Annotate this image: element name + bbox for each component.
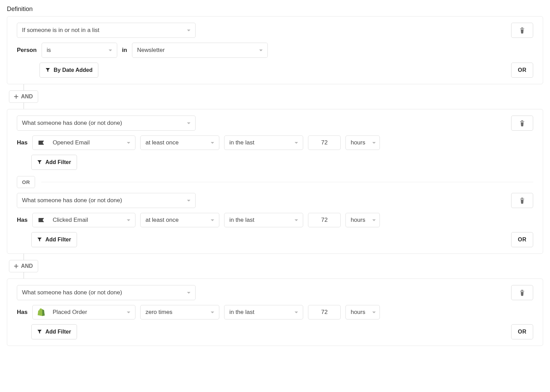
chevron-down-icon xyxy=(127,312,130,313)
section-heading: Definition xyxy=(7,6,543,13)
funnel-icon xyxy=(37,329,42,334)
chevron-down-icon xyxy=(211,142,214,144)
or-label: OR xyxy=(518,237,527,243)
operator-label: is xyxy=(47,47,51,54)
trash-icon xyxy=(519,289,525,296)
or-button[interactable]: OR xyxy=(511,324,533,339)
person-label: Person xyxy=(17,47,37,54)
condition-group-3: What someone has done (or not done) Has … xyxy=(7,279,543,346)
condition-type-label: What someone has done (or not done) xyxy=(22,289,122,296)
add-filter-button[interactable]: Add Filter xyxy=(31,155,77,170)
list-select[interactable]: Newsletter xyxy=(132,43,268,58)
value-label: 72 xyxy=(321,217,328,224)
chevron-down-icon xyxy=(295,142,298,144)
funnel-icon xyxy=(37,237,42,242)
list-label: Newsletter xyxy=(137,47,165,54)
value-label: 72 xyxy=(321,309,328,316)
chevron-down-icon xyxy=(187,200,190,202)
trash-icon xyxy=(519,197,525,204)
operator-select[interactable]: is xyxy=(42,43,117,58)
chevron-down-icon xyxy=(259,50,263,51)
event-label: Placed Order xyxy=(53,309,87,316)
or-label: OR xyxy=(518,329,527,335)
range-select[interactable]: in the last xyxy=(224,305,303,319)
delete-button[interactable] xyxy=(511,285,533,300)
by-date-added-label: By Date Added xyxy=(54,67,92,73)
divider-line xyxy=(41,182,533,182)
in-label: in xyxy=(122,47,127,54)
value-input[interactable]: 72 xyxy=(308,135,341,150)
unit-select[interactable]: hours xyxy=(345,135,380,150)
and-button[interactable]: AND xyxy=(9,90,38,103)
by-date-added-button[interactable]: By Date Added xyxy=(40,63,98,78)
event-label: Clicked Email xyxy=(53,217,88,224)
chevron-down-icon xyxy=(372,219,376,221)
event-select[interactable]: Clicked Email xyxy=(32,213,135,227)
delete-button[interactable] xyxy=(511,116,533,131)
and-label: AND xyxy=(21,94,33,100)
range-select[interactable]: in the last xyxy=(224,213,303,227)
count-label: at least once xyxy=(145,217,178,224)
count-select[interactable]: zero times xyxy=(140,305,219,319)
funnel-icon xyxy=(45,68,50,73)
count-label: at least once xyxy=(145,139,178,146)
condition-type-select[interactable]: If someone is in or not in a list xyxy=(17,23,196,38)
trash-icon xyxy=(519,27,525,34)
plus-icon xyxy=(14,95,18,99)
event-select[interactable]: Opened Email xyxy=(32,135,135,150)
condition-type-select[interactable]: What someone has done (or not done) xyxy=(17,193,196,208)
funnel-icon xyxy=(37,160,42,165)
add-filter-label: Add Filter xyxy=(45,237,71,243)
count-select[interactable]: at least once xyxy=(140,135,219,150)
unit-label: hours xyxy=(351,309,365,316)
unit-label: hours xyxy=(351,217,365,224)
has-label: Has xyxy=(17,217,28,224)
unit-label: hours xyxy=(351,139,365,146)
connector-line xyxy=(23,254,24,260)
event-label: Opened Email xyxy=(53,139,90,146)
chevron-down-icon xyxy=(127,219,130,221)
value-input[interactable]: 72 xyxy=(308,305,341,319)
add-filter-label: Add Filter xyxy=(45,159,71,165)
and-button[interactable]: AND xyxy=(9,260,38,272)
event-select[interactable]: Placed Order xyxy=(32,305,135,319)
value-label: 72 xyxy=(321,139,328,146)
flag-icon xyxy=(37,140,45,145)
unit-select[interactable]: hours xyxy=(345,305,380,319)
chevron-down-icon xyxy=(372,312,376,313)
chevron-down-icon xyxy=(372,142,376,144)
count-select[interactable]: at least once xyxy=(140,213,219,227)
connector-line xyxy=(23,84,24,90)
has-label: Has xyxy=(17,139,28,146)
or-divider: OR xyxy=(17,176,533,188)
unit-select[interactable]: hours xyxy=(345,213,380,227)
condition-type-select[interactable]: What someone has done (or not done) xyxy=(17,116,196,131)
range-label: in the last xyxy=(229,217,254,224)
connector-line xyxy=(23,103,24,109)
condition-type-label: What someone has done (or not done) xyxy=(22,120,122,127)
chevron-down-icon xyxy=(211,312,214,313)
range-label: in the last xyxy=(229,309,254,316)
chevron-down-icon xyxy=(187,30,190,31)
delete-button[interactable] xyxy=(511,23,533,38)
or-label: OR xyxy=(22,179,30,185)
and-label: AND xyxy=(21,263,33,269)
shopify-icon xyxy=(37,308,45,316)
condition-group-2: What someone has done (or not done) Has … xyxy=(7,109,543,254)
add-filter-label: Add Filter xyxy=(45,329,71,335)
trash-icon xyxy=(519,120,525,127)
range-label: in the last xyxy=(229,139,254,146)
count-label: zero times xyxy=(145,309,172,316)
delete-button[interactable] xyxy=(511,193,533,208)
chevron-down-icon xyxy=(211,219,214,221)
range-select[interactable]: in the last xyxy=(224,135,303,150)
or-button[interactable]: OR xyxy=(511,63,533,78)
condition-type-label: If someone is in or not in a list xyxy=(22,27,99,34)
add-filter-button[interactable]: Add Filter xyxy=(31,232,77,247)
condition-type-select[interactable]: What someone has done (or not done) xyxy=(17,285,196,300)
condition-group-1: If someone is in or not in a list Person… xyxy=(7,16,543,84)
has-label: Has xyxy=(17,309,28,316)
add-filter-button[interactable]: Add Filter xyxy=(31,324,77,339)
or-button[interactable]: OR xyxy=(511,232,533,247)
value-input[interactable]: 72 xyxy=(308,213,341,227)
